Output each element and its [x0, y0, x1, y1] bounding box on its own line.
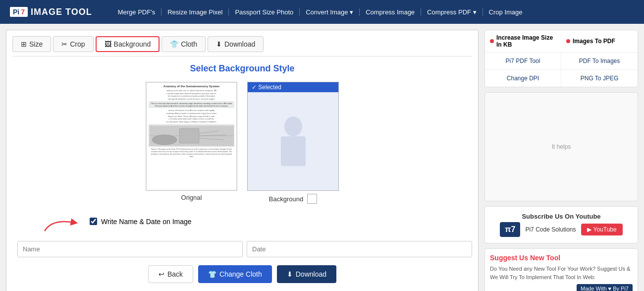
suggest-text: Do You Need any New Tool For Your Work? … — [490, 265, 633, 281]
main-layout: ⊞ Size ✂ Crop 🖼 Background 👕 Cloth ⬇ Dow… — [0, 24, 644, 291]
date-input[interactable] — [247, 241, 472, 257]
color-swatch[interactable] — [307, 194, 317, 204]
left-panel: ⊞ Size ✂ Crop 🖼 Background 👕 Cloth ⬇ Dow… — [6, 30, 479, 291]
nav-passport[interactable]: Passport Size Photo — [229, 8, 300, 16]
name-input[interactable] — [17, 241, 243, 257]
button-row: ↩ Back 👕 Change Cloth ⬇ Download — [12, 265, 472, 283]
size-icon: ⊞ — [21, 40, 27, 48]
tab-download[interactable]: ⬇ Download — [208, 36, 264, 52]
nav-crop-image[interactable]: Crop Image — [483, 8, 529, 16]
checkbox-section: Write Name & Date on Image — [12, 214, 472, 235]
background-icon: 🖼 — [105, 40, 111, 48]
write-name-row: Write Name & Date on Image — [90, 218, 192, 226]
dot-icon-2 — [566, 39, 570, 43]
doc-image-area — [149, 124, 234, 147]
arrow-container — [42, 214, 82, 235]
tab-size[interactable]: ⊞ Size — [12, 36, 51, 52]
logo: Pi 7 IMAGE TOOL — [10, 7, 92, 17]
logo-box: Pi 7 — [10, 7, 28, 17]
background-label: Background — [247, 194, 339, 204]
yt-subtitle: Pi7 Code Solutions — [525, 226, 576, 233]
change-cloth-icon: 👕 — [208, 270, 216, 278]
ql-row-1: Pi7 PDF Tool PDF To Images — [485, 52, 638, 69]
image-option-original[interactable]: Anatomy of the Somatosensory System syst… — [146, 82, 237, 204]
tab-crop-label: Crop — [70, 40, 85, 48]
download-icon: ⬇ — [287, 270, 293, 278]
section-title: Select Background Style — [12, 63, 472, 74]
ql-cell-png-to-jpeg[interactable]: PNG To JPEG — [561, 70, 638, 87]
selected-badge: ✓ Selected — [248, 82, 338, 92]
write-name-checkbox[interactable] — [90, 218, 97, 225]
tabs: ⊞ Size ✂ Crop 🖼 Background 👕 Cloth ⬇ Dow… — [12, 36, 472, 57]
crop-icon: ✂ — [61, 40, 67, 48]
red-arrow-svg — [42, 214, 82, 233]
nav-compress-image[interactable]: Compress Image — [360, 8, 421, 16]
ql-row-2: Change DPI PNG To JPEG — [485, 69, 638, 87]
background-thumb: ✓ Selected — [247, 82, 339, 191]
ql-cell-change-dpi[interactable]: Change DPI — [485, 70, 561, 87]
nav-resize[interactable]: Resize Image Pixel — [161, 8, 229, 16]
tab-cloth-label: Cloth — [181, 40, 197, 48]
change-cloth-label: Change Cloth — [219, 270, 262, 278]
yt-title: Subscribe Us On Youtube — [491, 213, 632, 220]
right-panel: Increase Image Size In KB Images To PDF … — [484, 30, 638, 291]
ql-cell-pdf-to-images[interactable]: PDF To Images — [561, 53, 638, 69]
ad-text: It helps — [552, 143, 571, 150]
youtube-box: Subscribe Us On Youtube π7 Pi7 Code Solu… — [484, 206, 638, 243]
made-with-container: Made With ♥ By Pi7 — [490, 281, 633, 291]
svg-rect-3 — [179, 128, 199, 143]
dot-icon-1 — [490, 39, 494, 43]
tab-download-label: Download — [224, 40, 255, 48]
quick-links: Increase Image Size In KB Images To PDF … — [484, 30, 638, 87]
image-option-background[interactable]: ✓ Selected Background — [247, 82, 339, 204]
doc-thumbnail: Anatomy of the Somatosensory System syst… — [146, 82, 237, 190]
suggest-box: Suggest Us New Tool Do You Need any New … — [484, 248, 638, 291]
download-label: Download — [296, 270, 326, 278]
svg-point-2 — [152, 135, 177, 145]
input-row — [12, 241, 472, 257]
tab-background-label: Background — [114, 40, 151, 48]
back-label: Back — [167, 270, 183, 278]
image-options: Anatomy of the Somatosensory System syst… — [12, 82, 472, 204]
logo-7: 7 — [21, 8, 25, 16]
write-name-label: Write Name & Date on Image — [101, 218, 192, 226]
yt-row: π7 Pi7 Code Solutions ▶ YouTube — [491, 222, 632, 237]
cloth-icon: 👕 — [170, 40, 178, 48]
header: Pi 7 IMAGE TOOL Merge PDF's Resize Image… — [0, 0, 644, 24]
background-label-text: Background — [269, 195, 303, 203]
tab-crop[interactable]: ✂ Crop — [53, 36, 93, 52]
quick-links-header: Increase Image Size In KB Images To PDF — [485, 30, 638, 52]
ad-area: It helps — [484, 92, 638, 201]
download-button[interactable]: ⬇ Download — [277, 265, 336, 283]
ql-cell-pi7-pdf[interactable]: Pi7 PDF Tool — [485, 53, 561, 69]
tab-cloth[interactable]: 👕 Cloth — [161, 36, 206, 52]
ql-header-col1: Increase Image Size In KB — [485, 30, 561, 52]
back-icon: ↩ — [159, 270, 164, 278]
svg-rect-9 — [281, 136, 306, 166]
tab-background[interactable]: 🖼 Background — [96, 36, 160, 52]
logo-text: IMAGE TOOL — [31, 7, 92, 17]
svg-point-8 — [284, 116, 302, 136]
original-label: Orignal — [146, 194, 237, 201]
youtube-subscribe-button[interactable]: ▶ YouTube — [581, 224, 623, 235]
original-thumb: Anatomy of the Somatosensory System syst… — [146, 82, 237, 191]
main-nav: Merge PDF's Resize Image Pixel Passport … — [112, 8, 634, 16]
download-tab-icon: ⬇ — [216, 40, 222, 48]
back-button[interactable]: ↩ Back — [148, 265, 193, 283]
suggest-title: Suggest Us New Tool — [490, 254, 633, 262]
tab-size-label: Size — [29, 40, 43, 48]
doc-body2: ansory information from Merrow contacts … — [149, 109, 234, 123]
yt-btn-label: YouTube — [593, 226, 617, 233]
doc-body: system in the skin, the so called cutane… — [149, 89, 234, 100]
doc-highlight: This is a text also discovered to showca… — [149, 101, 234, 108]
yt-play-icon: ▶ — [587, 226, 591, 233]
original-label-text: Orignal — [181, 194, 202, 201]
nav-merge-pdfs[interactable]: Merge PDF's — [112, 8, 161, 16]
ql-col2-title: Images To PDF — [573, 38, 615, 45]
logo-pi: Pi — [13, 8, 19, 16]
ql-col1-title: Increase Image Size In KB — [496, 34, 556, 48]
nav-convert[interactable]: Convert Image — [300, 8, 360, 16]
change-cloth-button[interactable]: 👕 Change Cloth — [198, 265, 272, 283]
made-with-badge: Made With ♥ By Pi7 — [577, 284, 633, 291]
nav-compress-pdf[interactable]: Compress PDF — [421, 8, 483, 16]
